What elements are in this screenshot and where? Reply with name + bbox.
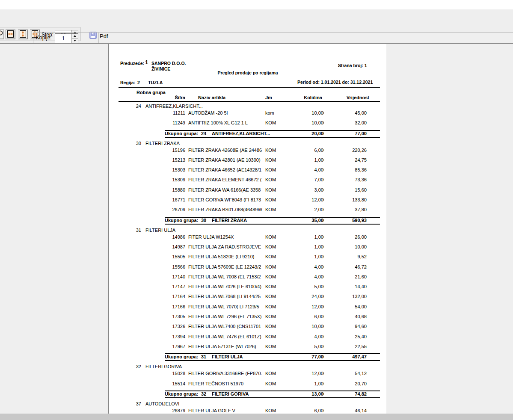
column-header-kolicina: Količina (288, 95, 322, 100)
total-group-number: 30 (201, 218, 206, 223)
company-name: SANPRO D.O.O. (151, 61, 186, 66)
item-name: FILTER ZRAKA BS01-068(46489W (188, 207, 263, 212)
item-value-text: 85,360 (326, 167, 367, 172)
item-unit: KOM (265, 304, 285, 309)
group-number: 30 (126, 141, 141, 146)
zoom-button[interactable] (0, 30, 4, 39)
total-value: 77,000 (326, 131, 367, 136)
item-unit: KOM (265, 314, 285, 319)
total-quantity-text: 20,000 (288, 131, 324, 136)
item-code: 17967 (165, 344, 185, 349)
bottom-scrollbar-strip[interactable] (0, 414, 513, 420)
group-header-row: 31FILTERI ULJA (109, 228, 386, 234)
item-value: 54,120 (326, 371, 367, 376)
item-value-text: 46,720 (326, 264, 367, 269)
item-code: 15028 (165, 371, 185, 376)
item-code: 14987 (165, 244, 185, 249)
kopije-down-button[interactable] (72, 38, 78, 43)
item-name: ANTIFRIZ 100% XL G12 1 L (188, 120, 263, 125)
item-value: 24,750 (326, 157, 367, 163)
item-code: 26709 (165, 207, 185, 212)
item-code: 17394 (165, 334, 185, 339)
toolbar2-left-border (33, 32, 33, 43)
group-total-row: Ukupno grupa:32FILTERI GORIVA13,00074,82… (165, 390, 380, 398)
header-rule (119, 87, 380, 88)
item-value: 73,360 (326, 177, 367, 182)
item-value-text: 32,000 (326, 120, 367, 125)
total-value: 497,470 (326, 354, 367, 359)
total-label: Ukupno grupa: (165, 391, 198, 396)
item-value: 32,000 (326, 120, 367, 125)
item-name: FILTER TEČNOSTI 51970 (188, 381, 263, 386)
window-top-strip (0, 0, 513, 9)
item-unit: KOM (265, 187, 285, 192)
table-row: 14987FILTER ULJA ZA RAD.STROJEVEKOM1,000… (109, 244, 386, 254)
item-unit: kom (265, 110, 285, 115)
total-label: Ukupno grupa: (165, 218, 198, 223)
item-name: FILTER ZRAKA ELEMENT 46672 ( (188, 177, 263, 182)
item-name: FILTER ULJA 57609E (LE 12243/2 (188, 264, 263, 269)
table-row: 17140FILTER ULJA WL 7008 (EL 7153/2KOM4,… (109, 274, 386, 284)
period-label: Period od: 1.01.2021 do: 31.12.2021 (297, 80, 373, 85)
total-quantity: 77,000 (288, 354, 324, 359)
report-preview-window: { "toolbar": { "step_label_first": "S", … (0, 0, 513, 420)
item-value: 46,720 (326, 264, 367, 269)
company-label: Preduzeće: (120, 61, 144, 66)
item-value-text: 133,800 (326, 197, 367, 202)
table-row: 15309FILTER ZRAKA ELEMENT 46672 (KOM7,00… (109, 177, 386, 187)
item-unit: KOM (265, 284, 285, 289)
zoom-icon (0, 30, 3, 39)
total-group-name: ANTIFREEZ,KLARSICHT... (212, 131, 270, 136)
down-arrow-icon (74, 40, 76, 41)
table-row: 11249ANTIFRIZ 100% XL G12 1 LKOM10,00032… (109, 120, 386, 130)
item-quantity-text: 7,000 (288, 177, 324, 182)
kopije-input[interactable] (55, 34, 71, 43)
kopije-spinner (55, 33, 78, 43)
item-unit: KOM (265, 324, 285, 329)
group-name: FILTERI ZRAKA (145, 141, 180, 146)
item-value-text: 20,700 (326, 381, 367, 386)
item-quantity-text: 1,000 (288, 234, 324, 240)
item-quantity: 3,000 (288, 187, 324, 192)
table-row: 17394FILTER ULJA WL 7476 (EL 6101Z)KOM4,… (109, 334, 386, 344)
group-number: 31 (126, 228, 141, 233)
item-value-text: 25,400 (326, 334, 367, 339)
fit-height-button[interactable] (18, 30, 28, 39)
column-header-jm: Jm (265, 95, 272, 100)
fit-width-icon (7, 30, 14, 39)
kopije-spin-buttons (71, 34, 78, 43)
item-unit: KOM (265, 254, 285, 259)
item-value: 46,140 (326, 408, 367, 413)
item-name: FILTER ULJA WL 7296 (EL 7135X) (188, 314, 263, 319)
table-row: 15566FILTER ULJA 57609E (LE 12243/2KOM4,… (109, 264, 386, 274)
item-quantity: 1,000 (288, 381, 324, 386)
item-name: FILTER ULJA WL7068 (LI 9144/25 (188, 294, 263, 299)
item-value-text: 220,260 (326, 148, 367, 153)
item-quantity-text: 24,000 (288, 294, 324, 299)
table-row: 17326FILTER ULJA WL7400 (CNS11701KOM10,0… (109, 324, 386, 334)
item-quantity-text: 6,000 (288, 408, 324, 413)
item-value: 21,600 (326, 274, 367, 279)
item-name: FILTER GORIVA WF8043 (FI 8173 (188, 197, 263, 202)
group-name: AUTODIJELOVI (145, 401, 179, 406)
pdf-button-label: Pdf (100, 33, 108, 39)
item-name: FILTER ULJA ZA RAD.STROJEVE (188, 244, 263, 249)
item-code: 11211 (165, 110, 185, 115)
table-row: 17147FILTER ULJA WL7026 (LE 6100/4)KOM5,… (109, 284, 386, 294)
fit-width-button[interactable] (6, 30, 15, 39)
item-unit: KOM (265, 167, 285, 172)
item-value-text: 21,600 (326, 274, 367, 279)
item-quantity: 6,000 (288, 408, 324, 413)
group-number: 37 (126, 401, 141, 406)
total-quantity-text: 77,000 (288, 354, 324, 359)
item-value-text: 46,140 (326, 408, 367, 413)
group-name: FILTERI GORIVA (145, 364, 182, 369)
column-header-robna-grupa: Robna grupa (136, 90, 166, 95)
total-quantity: 35,000 (288, 218, 324, 223)
total-group-number: 31 (201, 354, 206, 359)
toolbar: Step: Pdf (0, 9, 513, 32)
item-value: 25,400 (326, 334, 367, 339)
kopije-up-button[interactable] (72, 34, 78, 38)
item-code: 15196 (165, 148, 185, 153)
table-row: 17164FILTER ULJA WL7068 (LI 9144/25KOM24… (109, 294, 386, 304)
